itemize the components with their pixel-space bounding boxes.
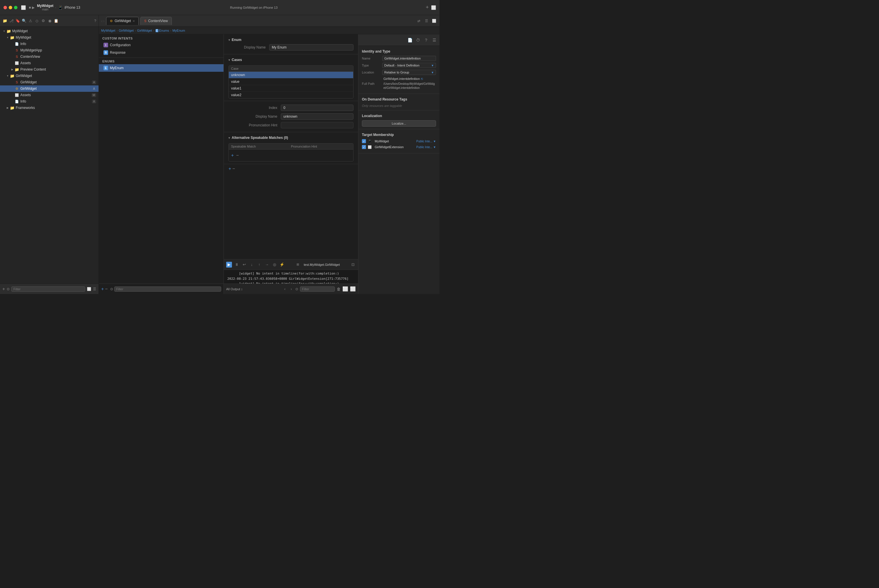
case-display-name-input[interactable] — [281, 113, 353, 120]
continue-button[interactable]: → — [264, 262, 270, 268]
maximize-button[interactable] — [14, 6, 17, 9]
case-row-value2[interactable]: value2 — [229, 92, 353, 98]
enum-myenum[interactable]: E MyEnum — [99, 64, 224, 72]
mywidget-access[interactable]: Public Inte... ▼ — [416, 140, 436, 143]
stop-button[interactable]: ■ — [29, 6, 31, 10]
sidebar-item-contentview[interactable]: S ContentView — [0, 54, 99, 60]
pronunciation-input[interactable] — [281, 122, 353, 128]
add-item-button[interactable]: + — [2, 286, 5, 292]
sidebar-toggle-icon[interactable]: ⬜ — [21, 5, 26, 10]
intent-response[interactable]: R Response — [99, 49, 224, 56]
debug-icon[interactable]: ⚙ — [41, 18, 46, 24]
step-out-button[interactable]: ↑ — [256, 262, 262, 268]
breadcrumb-item[interactable]: MyWidget — [101, 29, 116, 32]
step-over-button[interactable]: ↩ — [241, 262, 247, 268]
sidebar-item-mywidgetapp[interactable]: S MyWidgetApp — [0, 47, 99, 54]
breadcrumb-item[interactable]: GirlWidget — [119, 29, 134, 32]
sidebar-item-girlwidget-intent[interactable]: ⚙ GirlWidget A — [0, 86, 99, 92]
history-inspector-tab[interactable]: ⏱ — [415, 37, 421, 43]
sidebar-item-preview-content[interactable]: ▶ 📁 Preview Content — [0, 66, 99, 73]
editor-menu-icon[interactable]: ☰ — [423, 18, 430, 24]
test-icon[interactable]: ◇ — [34, 18, 39, 24]
sidebar-item-mywidget-root[interactable]: ▾ 📁 MyWidget — [0, 28, 99, 34]
exception-button[interactable]: ⚡ — [279, 262, 285, 268]
minimize-button[interactable] — [9, 6, 12, 9]
sidebar-item-girlwidget-group[interactable]: ▾ 📁 GirlWidget — [0, 73, 99, 79]
search-icon[interactable]: 🔍 — [21, 18, 27, 24]
case-row-value[interactable]: value — [229, 78, 353, 85]
on-demand-section: On Demand Resource Tags Only resources a… — [358, 94, 440, 110]
sidebar-item-girlwidget-assets[interactable]: ⬜ Assets M — [0, 92, 99, 98]
sidebar-item-frameworks[interactable]: ▶ 📁 Frameworks — [0, 105, 99, 111]
pause-debug-button[interactable]: ⏸ — [234, 262, 239, 268]
report-icon[interactable]: 📋 — [54, 18, 59, 24]
trash-button[interactable]: 🗑 — [337, 287, 341, 291]
remove-case-button[interactable]: − — [232, 166, 235, 171]
sidebar-item-info[interactable]: 📄 Info — [0, 40, 99, 47]
help-inspector-tab[interactable]: ? — [423, 37, 429, 43]
related-files-icon[interactable]: ⇄ — [416, 18, 422, 24]
girlwidget-access[interactable]: Public Inte... ▼ — [416, 146, 436, 149]
filter-prev-button[interactable]: ‹ — [282, 287, 287, 291]
speakable-section-header[interactable]: ▾ Alternative Speakable Matches (0) — [228, 135, 353, 141]
run-button[interactable]: ▶ — [32, 6, 35, 10]
warning-icon[interactable]: ⚠ — [28, 18, 33, 24]
mywidget-checkbox[interactable]: ✓ — [362, 139, 366, 143]
close-button[interactable] — [3, 6, 7, 9]
enum-section-header[interactable]: ▾ Enum — [228, 37, 353, 43]
case-row-value1[interactable]: value1 — [229, 85, 353, 92]
sidebar-item-assets[interactable]: ⬜ Assets — [0, 60, 99, 66]
sidebar-layout-icon[interactable]: ⬜ — [87, 287, 91, 291]
sidebar-item-girlwidget-info[interactable]: 📄 Info A — [0, 98, 99, 105]
sidebar-options-icon[interactable]: ☰ — [93, 287, 96, 291]
add-case-button[interactable]: + — [228, 166, 231, 171]
intents-filter-input[interactable] — [114, 286, 221, 292]
play-debug-button[interactable]: ▶ — [226, 262, 232, 268]
add-button[interactable]: + — [425, 4, 429, 10]
sidebar-filter-input[interactable] — [11, 286, 85, 292]
inspector-toggle[interactable]: ⬜ — [431, 5, 436, 10]
location-value[interactable]: Relative to Group ▼ — [382, 70, 436, 75]
step-into-button[interactable]: ↓ — [249, 262, 255, 268]
remove-speakable-button[interactable]: − — [236, 153, 239, 158]
breakpoint-icon[interactable]: ◉ — [47, 18, 52, 24]
tab-contentview[interactable]: S ContentView — [140, 17, 171, 25]
tab-girlwidget[interactable]: ⚙ GirlWidget ✕ — [106, 17, 139, 25]
options-inspector-tab[interactable]: ☰ — [431, 37, 437, 43]
folder-icon[interactable]: 📁 — [2, 18, 8, 24]
sidebar-item-girlwidget-swift[interactable]: S GirlWidget A — [0, 79, 99, 86]
breadcrumb-item[interactable]: GirlWidget — [137, 29, 152, 32]
forward-button[interactable]: › — [103, 19, 105, 23]
remove-enum-button[interactable]: − — [105, 287, 108, 291]
split-editor-icon[interactable]: ⬜ — [431, 18, 437, 24]
close-tab-icon[interactable]: ✕ — [132, 20, 135, 22]
source-control-icon[interactable]: ⎇ — [9, 18, 14, 24]
cases-section-header[interactable]: ▾ Cases — [228, 57, 353, 63]
girlwidget-checkbox[interactable]: ✓ — [362, 145, 366, 149]
clear-debug-button[interactable]: ⊡ — [350, 262, 356, 268]
sidebar-item-mywidget-group[interactable]: ▾ 📁 MyWidget — [0, 34, 99, 40]
back-button[interactable]: ‹ — [101, 19, 103, 23]
split-view-button[interactable]: ⬜ — [343, 286, 348, 292]
split-view-button2[interactable]: ⬜ — [350, 286, 356, 292]
intent-configuration[interactable]: I Configuration — [99, 41, 224, 49]
add-enum-button[interactable]: + — [101, 287, 104, 291]
file-inspector-tab[interactable]: 📄 — [407, 37, 413, 43]
filter-next-button[interactable]: › — [289, 287, 294, 291]
breakpoint-button[interactable]: ◎ — [272, 262, 277, 268]
display-name-input[interactable] — [269, 44, 353, 51]
bookmark-icon[interactable]: 🔖 — [15, 18, 20, 24]
help-icon[interactable]: ? — [94, 19, 96, 23]
output-label[interactable]: All Output ↕ — [226, 287, 243, 291]
type-value[interactable]: Default - Intent Definition ▼ — [382, 63, 436, 68]
breadcrumb-item[interactable]: MyEnum — [172, 29, 185, 32]
index-input[interactable] — [281, 105, 353, 111]
reveal-icon[interactable]: ⎋ — [421, 77, 423, 81]
sidebar-label: Frameworks — [16, 106, 35, 110]
debug-filter-input[interactable] — [300, 286, 335, 292]
localize-button[interactable]: Localize... — [362, 120, 436, 127]
test-icon[interactable]: ⊞ — [295, 262, 301, 268]
add-speakable-button[interactable]: + — [231, 153, 234, 158]
case-row-unknown[interactable]: unknown — [229, 72, 353, 78]
breadcrumb-item[interactable]: EEnums — [156, 29, 169, 32]
